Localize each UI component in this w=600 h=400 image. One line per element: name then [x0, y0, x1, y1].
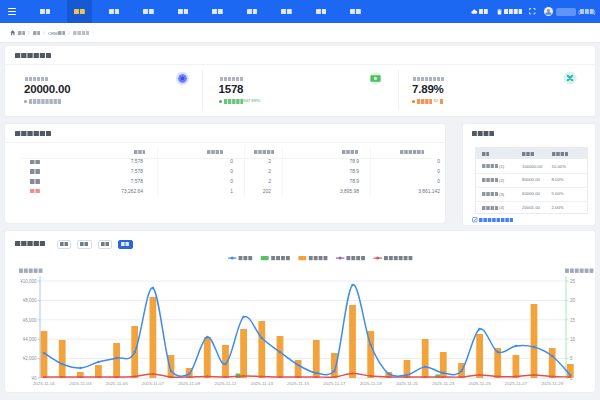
- svg-text:10: 10: [570, 337, 576, 342]
- svg-text:2025-11-29: 2025-11-29: [541, 381, 564, 386]
- svg-text:2025-11-11: 2025-11-11: [215, 381, 237, 386]
- svg-text:2025-11-19: 2025-11-19: [360, 381, 383, 386]
- svg-text:¥0: ¥0: [31, 376, 37, 381]
- svg-text:¥4,000: ¥4,000: [23, 337, 37, 342]
- svg-text:2025-11-05: 2025-11-05: [106, 381, 129, 386]
- svg-text:¥2,000: ¥2,000: [23, 356, 37, 361]
- svg-text:2025-11-03: 2025-11-03: [69, 381, 92, 386]
- svg-text:2025-11-13: 2025-11-13: [251, 381, 274, 386]
- svg-text:¥8,000: ¥8,000: [23, 298, 37, 303]
- svg-text:2025-11-25: 2025-11-25: [469, 381, 492, 386]
- svg-text:5: 5: [570, 356, 573, 361]
- svg-text:2025-11-21: 2025-11-21: [396, 381, 419, 386]
- svg-text:25: 25: [570, 279, 576, 284]
- svg-text:2025-11-01: 2025-11-01: [33, 381, 56, 386]
- svg-text:20: 20: [570, 298, 576, 303]
- svg-text:¥6,000: ¥6,000: [23, 318, 37, 323]
- svg-text:2025-11-07: 2025-11-07: [142, 381, 165, 386]
- svg-text:2025-11-09: 2025-11-09: [178, 381, 201, 386]
- svg-text:2025-11-15: 2025-11-15: [287, 381, 310, 386]
- svg-text:2025-11-23: 2025-11-23: [432, 381, 455, 386]
- svg-text:2025-11-17: 2025-11-17: [323, 381, 346, 386]
- svg-text:¥10,000: ¥10,000: [20, 279, 37, 284]
- svg-text:15: 15: [570, 318, 576, 323]
- svg-text:2025-11-27: 2025-11-27: [505, 381, 528, 386]
